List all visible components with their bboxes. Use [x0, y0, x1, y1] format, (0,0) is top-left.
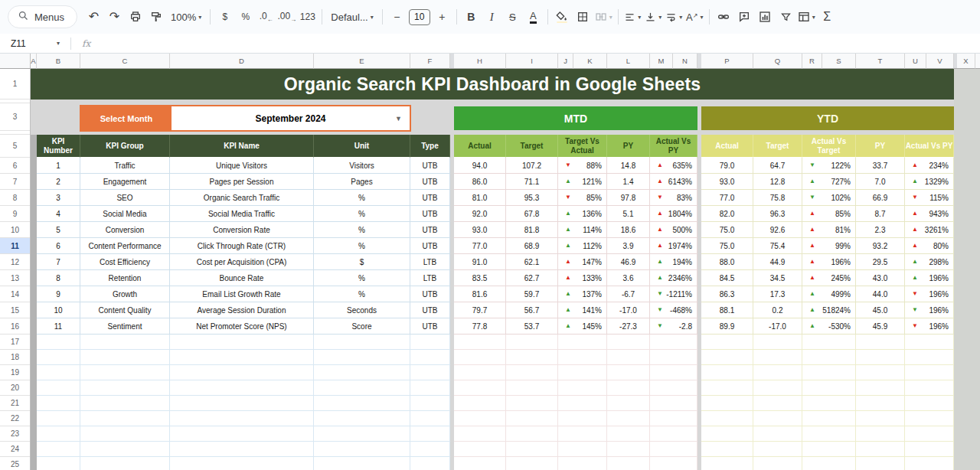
- ytd-actual-cell[interactable]: 93.0: [701, 174, 753, 190]
- ytd-py-cell[interactable]: 45.0: [856, 302, 905, 318]
- mtd-comparison-cell[interactable]: ▲145%: [558, 318, 607, 335]
- row-header-19[interactable]: 19: [0, 365, 30, 380]
- empty-cell[interactable]: [170, 411, 314, 426]
- horizontal-align-button[interactable]: [622, 7, 643, 28]
- empty-cell[interactable]: [753, 380, 802, 396]
- empty-cell[interactable]: [753, 411, 802, 426]
- empty-cell[interactable]: [170, 350, 314, 365]
- empty-cell[interactable]: [650, 411, 697, 426]
- empty-cell[interactable]: [558, 350, 607, 365]
- mtd-comparison-cell[interactable]: ▲6143%: [650, 174, 697, 190]
- strikethrough-button[interactable]: S: [502, 7, 523, 28]
- empty-cell[interactable]: [314, 442, 410, 457]
- row-header-13[interactable]: 13: [0, 270, 30, 286]
- empty-cell[interactable]: [314, 350, 410, 365]
- empty-cell[interactable]: [314, 411, 410, 426]
- ytd-actual-cell[interactable]: 86.3: [701, 286, 753, 302]
- ytd-comparison-cell[interactable]: ▲298%: [905, 254, 954, 270]
- functions-button[interactable]: Σ: [817, 7, 838, 28]
- mtd-comparison-cell[interactable]: ▲137%: [558, 286, 607, 302]
- ytd-comparison-cell[interactable]: ▼115%: [905, 190, 954, 206]
- zoom-select[interactable]: 100%: [166, 11, 206, 23]
- mtd-actual-cell[interactable]: 94.0: [454, 158, 506, 174]
- empty-cell[interactable]: [856, 396, 905, 411]
- kpi-type-cell[interactable]: UTB: [410, 318, 450, 335]
- empty-cell[interactable]: [37, 350, 80, 365]
- empty-cell[interactable]: [905, 411, 954, 426]
- empty-cell[interactable]: [558, 380, 607, 396]
- mtd-py-cell[interactable]: 1.4: [607, 174, 650, 190]
- kpi-unit-cell[interactable]: %: [314, 206, 410, 222]
- ytd-actual-cell[interactable]: 88.0: [701, 254, 753, 270]
- ytd-comparison-cell[interactable]: ▼122%: [802, 158, 856, 174]
- kpi-name-cell[interactable]: Click Through Rate (CTR): [170, 238, 314, 254]
- empty-cell[interactable]: [856, 411, 905, 426]
- column-header-V[interactable]: V: [926, 54, 954, 69]
- column-header-B[interactable]: B: [37, 54, 80, 69]
- empty-cell[interactable]: [80, 350, 170, 365]
- empty-cell[interactable]: [410, 442, 450, 457]
- kpi-number-cell[interactable]: 6: [37, 238, 80, 254]
- kpi-number-cell[interactable]: 9: [37, 286, 80, 302]
- name-box[interactable]: Z11: [0, 38, 66, 49]
- row-header-3[interactable]: 3: [0, 103, 30, 131]
- ytd-target-cell[interactable]: 17.3: [753, 286, 802, 302]
- empty-cell[interactable]: [558, 365, 607, 380]
- ytd-target-cell[interactable]: 64.7: [753, 158, 802, 174]
- empty-cell[interactable]: [905, 380, 954, 396]
- kpi-unit-cell[interactable]: %: [314, 190, 410, 206]
- mtd-actual-cell[interactable]: 77.0: [454, 238, 506, 254]
- vertical-align-button[interactable]: [643, 7, 664, 28]
- kpi-name-cell[interactable]: Email List Growth Rate: [170, 286, 314, 302]
- mtd-actual-cell[interactable]: 92.0: [454, 206, 506, 222]
- column-header-P[interactable]: P: [701, 54, 753, 69]
- empty-cell[interactable]: [314, 380, 410, 396]
- empty-cell[interactable]: [701, 457, 753, 470]
- mtd-py-cell[interactable]: 14.8: [607, 158, 650, 174]
- empty-cell[interactable]: [410, 365, 450, 380]
- mtd-comparison-cell[interactable]: ▲1804%: [650, 206, 697, 222]
- kpi-unit-cell[interactable]: Score: [314, 318, 410, 335]
- mtd-header-actual[interactable]: Actual: [454, 135, 506, 158]
- kpi-unit-cell[interactable]: Pages: [314, 174, 410, 190]
- kpi-group-cell[interactable]: SEO: [80, 190, 170, 206]
- empty-cell[interactable]: [905, 365, 954, 380]
- kpi-header-unit[interactable]: Unit: [314, 135, 410, 158]
- ytd-comparison-cell[interactable]: ▲81%: [802, 222, 856, 238]
- empty-cell[interactable]: [506, 411, 558, 426]
- kpi-name-cell[interactable]: Unique Visitors: [170, 158, 314, 174]
- empty-cell[interactable]: [410, 411, 450, 426]
- kpi-group-cell[interactable]: Conversion: [80, 222, 170, 238]
- mtd-comparison-cell[interactable]: ▼83%: [650, 190, 697, 206]
- mtd-comparison-cell[interactable]: ▲2346%: [650, 270, 697, 286]
- mtd-target-cell[interactable]: 53.7: [506, 318, 558, 335]
- kpi-type-cell[interactable]: UTB: [410, 206, 450, 222]
- empty-cell[interactable]: [558, 396, 607, 411]
- empty-cell[interactable]: [454, 335, 506, 350]
- mtd-target-cell[interactable]: 59.7: [506, 286, 558, 302]
- mtd-target-cell[interactable]: 71.1: [506, 174, 558, 190]
- ytd-py-cell[interactable]: 45.9: [856, 318, 905, 335]
- mtd-py-cell[interactable]: 5.1: [607, 206, 650, 222]
- ytd-header-actual-vs-target[interactable]: Actual Vs Target: [802, 135, 856, 158]
- mtd-actual-cell[interactable]: 83.5: [454, 270, 506, 286]
- ytd-actual-cell[interactable]: 75.0: [701, 222, 753, 238]
- kpi-name-cell[interactable]: Cost per Acquisition (CPA): [170, 254, 314, 270]
- row-header-23[interactable]: 23: [0, 426, 30, 442]
- ytd-comparison-cell[interactable]: ▲-530%: [802, 318, 856, 335]
- ytd-py-cell[interactable]: 29.5: [856, 254, 905, 270]
- empty-cell[interactable]: [454, 380, 506, 396]
- ytd-target-cell[interactable]: 96.3: [753, 206, 802, 222]
- empty-cell[interactable]: [37, 457, 80, 470]
- mtd-actual-cell[interactable]: 81.0: [454, 190, 506, 206]
- text-wrap-button[interactable]: [664, 7, 684, 28]
- column-header-M[interactable]: M: [650, 54, 673, 69]
- dashboard-title-cell[interactable]: Organic Search KPI Dashboard in Google S…: [31, 69, 954, 100]
- empty-cell[interactable]: [701, 335, 753, 350]
- kpi-group-cell[interactable]: Social Media: [80, 206, 170, 222]
- empty-cell[interactable]: [856, 350, 905, 365]
- empty-cell[interactable]: [558, 442, 607, 457]
- empty-cell[interactable]: [607, 411, 650, 426]
- scrollbar-track[interactable]: [975, 69, 980, 470]
- ytd-py-cell[interactable]: 44.0: [856, 286, 905, 302]
